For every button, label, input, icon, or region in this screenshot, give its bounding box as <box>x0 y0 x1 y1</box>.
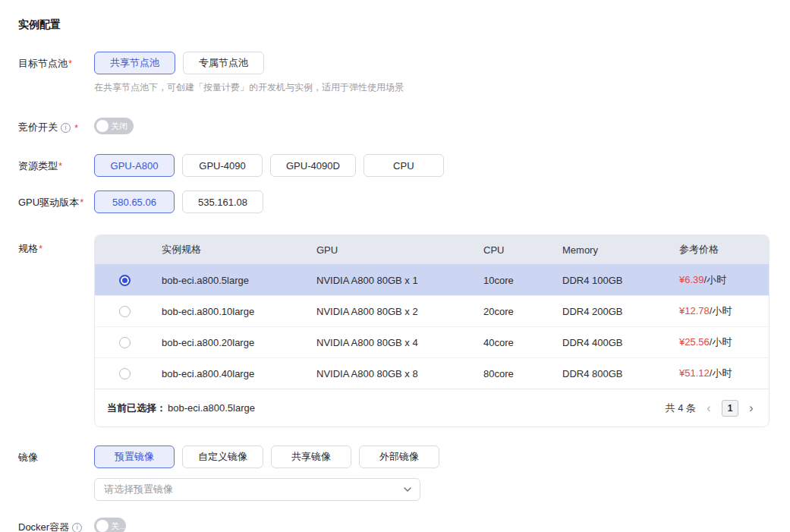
cpu-cell: 80core <box>483 368 562 379</box>
form-row-docker: Docker容器 i 关... <box>18 515 772 532</box>
price-value: ¥6.39 <box>679 274 704 285</box>
required-marker: * <box>80 197 83 208</box>
memory-cell: DDR4 800GB <box>562 368 679 379</box>
chevron-down-icon <box>403 485 412 494</box>
required-marker: * <box>58 160 62 172</box>
node-pool-option-shared[interactable]: 共享节点池 <box>94 52 175 74</box>
price-unit: /小时 <box>710 367 732 379</box>
image-option-preset[interactable]: 预置镜像 <box>94 445 175 468</box>
header-gpu: GPU <box>316 244 483 256</box>
docker-toggle-state: 关... <box>111 521 126 532</box>
radio-button[interactable] <box>119 306 131 317</box>
radio-button[interactable] <box>119 368 131 379</box>
image-label: 镜像 <box>18 445 94 464</box>
price-cell: ¥25.56/小时 <box>679 335 769 349</box>
spec-cell: bob-eci.a800.10large <box>162 306 316 317</box>
header-spec: 实例规格 <box>162 243 316 257</box>
cpu-cell: 20core <box>483 306 562 317</box>
image-options: 预置镜像 自定义镜像 共享镜像 外部镜像 <box>94 445 772 468</box>
header-memory: Memory <box>562 244 679 256</box>
pagination-prev-icon[interactable]: ‹ <box>703 401 714 415</box>
node-pool-label: 目标节点池* <box>18 52 94 71</box>
spot-label-text: 竞价开关 <box>18 121 58 134</box>
form-row-resource-type: 资源类型* GPU-A800 GPU-4090 GPU-4090D CPU <box>18 154 772 177</box>
image-option-external[interactable]: 外部镜像 <box>359 445 439 468</box>
gpu-cell: NVIDIA A800 80GB x 2 <box>316 306 483 317</box>
form-row-spec: 规格* 实例规格 GPU CPU Memory 参考价格 bob-eci.a80… <box>18 235 772 427</box>
gpu-driver-label-text: GPU驱动版本 <box>18 197 79 208</box>
form-row-node-pool: 目标节点池* 共享节点池 专属节点池 在共享节点池下，可创建「按量计费」的开发机… <box>18 52 772 94</box>
form-row-gpu-driver: GPU驱动版本* 580.65.06 535.161.08 <box>18 190 772 213</box>
cpu-cell: 10core <box>483 275 562 286</box>
table-row[interactable]: bob-eci.a800.40large NVIDIA A800 80GB x … <box>95 357 769 389</box>
memory-cell: DDR4 100GB <box>562 275 679 286</box>
gpu-cell: NVIDIA A800 80GB x 8 <box>316 368 483 379</box>
spec-table-footer: 当前已选择： bob-eci.a800.5large 共 4 条 ‹ 1 › <box>95 389 769 427</box>
resource-type-option-gpu-4090[interactable]: GPU-4090 <box>182 154 263 177</box>
spec-cell: bob-eci.a800.20large <box>162 337 316 348</box>
radio-button[interactable] <box>119 337 131 348</box>
price-unit: /小时 <box>704 274 727 285</box>
instance-config-page: 实例配置 目标节点池* 共享节点池 专属节点池 在共享节点池下，可创建「按量计费… <box>0 0 790 532</box>
table-row[interactable]: bob-eci.a800.20large NVIDIA A800 80GB x … <box>95 326 769 357</box>
docker-label: Docker容器 i <box>18 515 94 532</box>
spec-cell: bob-eci.a800.5large <box>162 275 316 286</box>
resource-type-options: GPU-A800 GPU-4090 GPU-4090D CPU <box>94 154 772 177</box>
spot-toggle[interactable]: 关闭 <box>94 118 134 134</box>
spec-table-header: 实例规格 GPU CPU Memory 参考价格 <box>95 235 769 264</box>
info-icon[interactable]: i <box>72 523 82 532</box>
header-cpu: CPU <box>483 244 562 256</box>
image-option-custom[interactable]: 自定义镜像 <box>182 445 263 468</box>
pagination-page-1[interactable]: 1 <box>722 400 738 417</box>
form-row-spot: 竞价开关 i * 关闭 <box>18 115 772 134</box>
table-row[interactable]: bob-eci.a800.10large NVIDIA A800 80GB x … <box>95 295 769 326</box>
docker-label-text: Docker容器 <box>18 521 69 532</box>
spec-label: 规格* <box>18 235 94 256</box>
price-cell: ¥6.39/小时 <box>679 273 769 287</box>
page-title: 实例配置 <box>18 18 772 32</box>
resource-type-option-gpu-a800[interactable]: GPU-A800 <box>94 154 175 177</box>
form-row-image: 镜像 预置镜像 自定义镜像 共享镜像 外部镜像 请选择预置镜像 <box>18 445 772 501</box>
spot-label: 竞价开关 i * <box>18 115 94 134</box>
price-unit: /小时 <box>710 336 732 348</box>
node-pool-options: 共享节点池 专属节点池 <box>94 52 772 74</box>
gpu-cell: NVIDIA A800 80GB x 1 <box>316 275 483 286</box>
total-count: 共 4 条 <box>666 401 696 415</box>
toggle-knob-icon <box>96 120 109 132</box>
docker-toggle[interactable]: 关... <box>94 518 126 532</box>
required-marker: * <box>39 243 42 254</box>
resource-type-label-text: 资源类型 <box>18 160 58 172</box>
pagination-next-icon[interactable]: › <box>746 401 757 415</box>
price-cell: ¥12.78/小时 <box>679 304 769 318</box>
preset-image-select[interactable]: 请选择预置镜像 <box>94 478 420 501</box>
resource-type-option-cpu[interactable]: CPU <box>364 154 444 177</box>
price-unit: /小时 <box>710 305 732 316</box>
price-value: ¥12.78 <box>679 305 710 316</box>
node-pool-option-dedicated[interactable]: 专属节点池 <box>183 52 264 74</box>
price-value: ¥25.56 <box>679 336 710 348</box>
image-option-shared[interactable]: 共享镜像 <box>271 445 351 468</box>
header-price: 参考价格 <box>679 243 769 257</box>
spot-toggle-state: 关闭 <box>111 121 127 132</box>
spec-cell: bob-eci.a800.40large <box>162 368 316 379</box>
node-pool-helper-text: 在共享节点池下，可创建「按量计费」的开发机与实例，适用于弹性使用场景 <box>94 81 772 94</box>
current-selection-value: bob-eci.a800.5large <box>168 402 255 414</box>
cpu-cell: 40core <box>483 337 562 348</box>
spec-label-text: 规格 <box>18 243 38 254</box>
info-icon[interactable]: i <box>61 123 71 133</box>
resource-type-option-gpu-4090d[interactable]: GPU-4090D <box>270 154 356 177</box>
memory-cell: DDR4 200GB <box>562 306 679 317</box>
resource-type-label: 资源类型* <box>18 154 94 173</box>
required-marker: * <box>74 122 78 134</box>
preset-image-placeholder: 请选择预置镜像 <box>104 483 173 496</box>
node-pool-label-text: 目标节点池 <box>18 58 68 69</box>
gpu-cell: NVIDIA A800 80GB x 4 <box>316 337 483 348</box>
price-cell: ¥51.12/小时 <box>679 367 769 380</box>
required-marker: * <box>68 58 72 69</box>
gpu-driver-option-535[interactable]: 535.161.08 <box>182 190 263 213</box>
gpu-driver-option-580[interactable]: 580.65.06 <box>94 190 175 213</box>
image-label-text: 镜像 <box>18 452 38 463</box>
radio-button[interactable] <box>119 275 131 286</box>
table-row[interactable]: bob-eci.a800.5large NVIDIA A800 80GB x 1… <box>95 264 769 295</box>
price-value: ¥51.12 <box>679 367 710 379</box>
